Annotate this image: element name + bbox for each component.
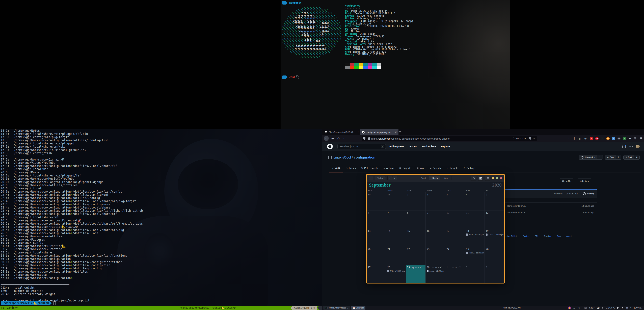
repo-tab-code[interactable]: ‹›Code — [329, 164, 343, 172]
today-button[interactable]: Today — [375, 176, 386, 180]
home-button[interactable]: ⌂ — [344, 137, 345, 140]
zoom-level-badge[interactable]: 110% — [513, 137, 521, 140]
github-nav-item[interactable]: Marketplace — [422, 145, 436, 148]
footer-link[interactable]: Pricing — [523, 235, 529, 237]
calendar-day-cell[interactable]: 6 — [366, 211, 386, 229]
globe-extension-icon[interactable]: ◍ — [623, 137, 626, 140]
calendar-day-cell[interactable]: 31 — [386, 192, 406, 211]
calendar-day-cell[interactable]: 10 — [445, 211, 465, 229]
darkreader-extension-icon[interactable]: ◉ — [617, 137, 621, 140]
clipboard-extension-icon[interactable]: ⎘ — [634, 137, 637, 140]
night-light-moon-icon[interactable] — [617, 307, 619, 309]
page-actions-icon[interactable]: ••• — [522, 137, 526, 140]
browser-tab[interactable]: BlockScience/cadCAD-Od✕ — [323, 129, 361, 135]
calendar-day-cell[interactable]: 9 — [426, 211, 445, 229]
calendar-day-cell[interactable]: 15 — [406, 229, 426, 247]
github-search-box[interactable]: Search or jump to… / — [338, 144, 386, 149]
github-nav-item[interactable]: Issues — [410, 145, 417, 148]
footer-link[interactable]: API — [535, 235, 538, 237]
calendar-event[interactable]: Mar… 01:00 pm — [427, 270, 444, 272]
downloads-icon[interactable]: ↓ — [567, 137, 570, 140]
calendar-event[interactable]: LAD… 03:00 pm — [486, 233, 504, 236]
calendar-day-cell[interactable]: 26 — [485, 247, 504, 266]
caffeine-cup-icon[interactable]: ☕ — [597, 307, 600, 309]
menu-hamburger-icon[interactable]: ☰ — [640, 137, 643, 140]
calendar-day-cell[interactable]: 3 — [485, 265, 504, 284]
calendar-day-cell[interactable]: 22 — [406, 247, 426, 266]
footer-link[interactable]: About — [566, 235, 572, 237]
calendar-day-cell[interactable]: 2 — [465, 265, 484, 284]
tray-app-icon[interactable] — [568, 306, 571, 309]
url-bar[interactable]: https://github.com/LinuxIsCool/configura… — [362, 136, 537, 141]
close-tab-icon[interactable]: ✕ — [358, 131, 360, 133]
calendar-day-cell[interactable]: 18Sam… 02:30 pm — [465, 229, 484, 247]
view-month[interactable]: Month — [429, 176, 440, 180]
github-logo-icon[interactable] — [327, 144, 333, 149]
calendar-day-cell[interactable]: 5 — [485, 192, 504, 211]
footer-link[interactable]: Contact GitHub — [504, 235, 517, 237]
vpn-shield-icon[interactable]: ▼ — [621, 307, 623, 309]
repo-tab-issues[interactable]: ⊙Issues — [343, 164, 358, 172]
account-icon[interactable]: ◔ — [584, 137, 587, 140]
library-icon[interactable]: ⫼ — [573, 137, 576, 140]
calendar-day-cell[interactable]: 28UTr… 02:00 pm — [386, 265, 406, 284]
neofetch-second-prompt[interactable]: ~ conf i g — [282, 75, 299, 79]
user-avatar[interactable] — [636, 144, 640, 148]
new-tab-button[interactable]: + — [399, 130, 401, 134]
calendar-day-cell[interactable]: 4 — [465, 192, 484, 211]
calendar-day-cell[interactable]: 13 — [366, 229, 386, 247]
footer-link[interactable]: Training — [544, 235, 551, 237]
calendars-button[interactable] — [478, 176, 483, 181]
footer-link[interactable]: Blog — [556, 235, 561, 237]
calendar-day-cell[interactable]: 16 — [426, 229, 445, 247]
fork-button[interactable]: ⑂Fork 0 — [623, 155, 640, 160]
battery-indicator[interactable]: ▮ 100 % ▴ — [634, 307, 642, 309]
repo-tab-settings[interactable]: ⚙Settings — [461, 164, 478, 172]
taskbar-window-terminal[interactable]: ›_configuration/popos-... — [323, 306, 350, 310]
calendar-day-cell[interactable]: 1 — [406, 192, 426, 211]
fork-count[interactable]: 0 — [634, 155, 640, 159]
window-maximize-dot[interactable] — [496, 177, 498, 179]
forward-button[interactable]: → — [332, 137, 334, 140]
calendar-day-cell[interactable]: 21 — [386, 247, 406, 266]
close-tab-icon[interactable]: ✕ — [395, 131, 397, 134]
calendar-day-cell[interactable]: 7 — [386, 211, 406, 229]
window-close-dot[interactable] — [500, 177, 502, 179]
next-month-button[interactable]: › — [392, 176, 397, 180]
view-year[interactable]: Year — [440, 176, 452, 180]
browser-tab[interactable]: configuration/popos-gnom✕ — [360, 129, 398, 135]
calendar-day-cell[interactable]: 11 — [465, 211, 484, 229]
unwatch-button[interactable]: Unwatch▾ 1 — [579, 155, 602, 160]
window-minimize-dot[interactable] — [492, 177, 494, 179]
calendar-day-cell[interactable]: 17 — [445, 229, 465, 247]
calendar-day-cell[interactable]: 2 — [426, 192, 445, 211]
calendar-day-cell[interactable]: 3015.6 ℃Mar… 01:00 pm — [426, 265, 445, 284]
calendar-day-cell[interactable]: 30 — [366, 192, 386, 211]
star-button[interactable]: ☆Star 0 — [605, 155, 622, 160]
metamask-extension-icon[interactable]: ᗢ — [606, 137, 610, 140]
prev-month-button[interactable]: ‹ — [388, 176, 392, 180]
taskbar-clock[interactable]: Tue Sep 29 1:02 AM — [502, 307, 520, 309]
calendar-event[interactable]: Kiss … 11:00 am — [466, 252, 484, 254]
calendar-day-cell[interactable]: 24 — [445, 247, 465, 266]
terminal-neofetch-window[interactable]: ~ neofetch ///////////// ///////////////… — [280, 0, 510, 129]
go-to-file-button[interactable]: Go to file — [560, 178, 574, 184]
calendar-day-cell[interactable]: 14 — [386, 229, 406, 247]
clipboard-manager-icon[interactable]: ⧉ — [602, 307, 604, 309]
bookmark-star-icon[interactable]: ☆ — [533, 137, 535, 140]
bookmark-shield-icon[interactable] — [529, 138, 531, 140]
calendar-day-cell[interactable]: 116.2 ℃ — [445, 265, 465, 284]
repo-tab-insights[interactable]: ∠Insights — [444, 164, 461, 172]
notifications-bell-icon[interactable] — [622, 145, 626, 148]
github-nav-item[interactable]: Explore — [441, 145, 450, 148]
workspace-indicator[interactable]: 1 — [584, 307, 587, 309]
clipboard-icon[interactable]: ⎘ ▾ — [578, 307, 582, 309]
gnome-shell-extension-icon[interactable]: 🐾 — [601, 137, 604, 140]
calendar-day-cell[interactable]: 8 — [406, 211, 426, 229]
view-week[interactable]: Week — [418, 176, 429, 180]
repo-tab-pull-requests[interactable]: ⇅Pull requests — [358, 164, 380, 172]
atom-extension-icon[interactable]: ✣ — [628, 137, 632, 140]
repo-tab-actions[interactable]: ▷Actions — [380, 164, 397, 172]
calendar-day-cell[interactable]: 12 — [485, 211, 504, 229]
new-event-button[interactable]: + — [368, 176, 373, 180]
